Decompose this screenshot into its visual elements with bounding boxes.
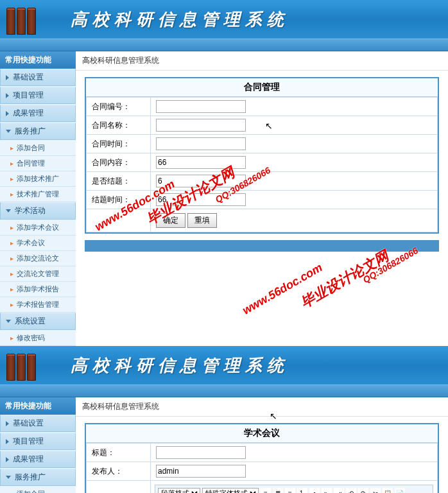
sidebar-group-service[interactable]: 服务推广	[0, 469, 76, 486]
input-publisher[interactable]	[156, 465, 246, 478]
list-ul-icon[interactable]: •	[309, 488, 320, 493]
label-finish-time: 结题时间：	[87, 191, 151, 209]
label-contract-time: 合同时间：	[87, 135, 151, 153]
sidebar-group-project[interactable]: 项目管理	[0, 433, 76, 450]
sidebar-item-add-contract[interactable]: ▸添加合同	[0, 487, 76, 493]
sidebar-item-meeting[interactable]: ▸学术会议	[0, 236, 76, 251]
header: 高校科研信息管理系统	[0, 0, 448, 39]
sidebar: 常用快捷功能 基础设置 项目管理 成果管理 服务推广 ▸添加合同 ▸合同管理 ▸…	[0, 51, 76, 346]
bullet-icon: ▸	[10, 191, 13, 198]
bullet-icon: ▸	[10, 144, 13, 151]
align-left-icon[interactable]: ≡	[261, 488, 271, 493]
input-is-finished[interactable]	[156, 175, 246, 187]
input-finish-time[interactable]	[156, 193, 246, 206]
books-logo	[6, 4, 45, 35]
bullet-icon: ▸	[10, 224, 13, 231]
sidebar-item-paper-mgmt[interactable]: ▸交流论文管理	[0, 266, 76, 282]
panel-title: 学术会议	[86, 424, 438, 443]
meeting-form: 标题： 发布人： 内容： 段落格式 特殊字体格式 ≡ ≣ ≡	[86, 443, 438, 493]
chevron-down-icon	[6, 130, 11, 133]
align-center-icon[interactable]: ≣	[273, 488, 283, 493]
select-font-format[interactable]: 特殊字体格式	[202, 488, 259, 493]
sidebar-item-add-report[interactable]: ▸添加学术报告	[0, 282, 76, 297]
app-title: 高校科研信息管理系统	[71, 8, 289, 31]
redo-icon[interactable]: ↷	[358, 488, 368, 493]
sidebar-header: 常用快捷功能	[0, 397, 76, 415]
main-content: 高校科研信息管理系统 合同管理 合同编号： 合同名称： 合同时间： 合同内容： …	[76, 51, 448, 346]
label-publisher: 发布人：	[87, 462, 151, 481]
sidebar-item-tech-mgmt[interactable]: ▸技术推广管理	[0, 187, 76, 202]
sidebar-group-service[interactable]: 服务推广	[0, 123, 76, 140]
indent-icon[interactable]: ⇥	[334, 488, 344, 493]
chevron-down-icon	[6, 320, 11, 323]
app-title: 高校科研信息管理系统	[71, 354, 289, 377]
copy-icon[interactable]: 📋	[383, 488, 393, 493]
sidebar-item-contract-mgmt[interactable]: ▸合同管理	[0, 156, 76, 171]
chevron-down-icon	[6, 209, 11, 212]
meeting-panel: 学术会议 标题： 发布人： 内容： 段落格式 特殊字体格式 ≡ ≣	[85, 423, 439, 493]
header: 高校科研信息管理系统	[0, 346, 448, 385]
books-logo	[6, 350, 45, 381]
undo-icon[interactable]: ↶	[346, 488, 356, 493]
sidebar-group-system[interactable]: 系统设置	[0, 313, 76, 330]
list-ol-icon[interactable]: 1.	[297, 488, 307, 493]
bullet-icon: ▸	[10, 270, 13, 277]
label-contract-no: 合同编号：	[87, 98, 151, 116]
chevron-right-icon	[6, 93, 9, 98]
chevron-right-icon	[6, 421, 9, 426]
sidebar-item-add-contract[interactable]: ▸添加合同	[0, 141, 76, 156]
label-content: 内容：	[87, 481, 151, 494]
bullet-icon: ▸	[10, 239, 13, 246]
input-contract-no[interactable]	[156, 100, 246, 113]
chevron-right-icon	[6, 457, 9, 462]
align-right-icon[interactable]: ≡	[285, 488, 295, 493]
header-stripe	[0, 385, 448, 397]
label-contract-content: 合同内容：	[87, 153, 151, 172]
sidebar-group-basic[interactable]: 基础设置	[0, 69, 76, 86]
sidebar-group-project[interactable]: 项目管理	[0, 87, 76, 104]
outdent-icon[interactable]: ⇤	[322, 488, 332, 493]
sidebar-group-result[interactable]: 成果管理	[0, 105, 76, 122]
sidebar-item-add-meeting[interactable]: ▸添加学术会议	[0, 220, 76, 236]
bullet-icon: ▸	[10, 255, 13, 262]
header-stripe	[0, 39, 448, 51]
chevron-right-icon	[6, 111, 9, 116]
editor-toolbar: 段落格式 特殊字体格式 ≡ ≣ ≡ 1. • ⇤ ⇥ ↶	[155, 485, 433, 493]
reset-button[interactable]: 重填	[187, 213, 217, 228]
sidebar: 常用快捷功能 基础设置 项目管理 成果管理 服务推广 ▸添加合同 ▸合同管理 ▸…	[0, 397, 76, 493]
input-subject[interactable]	[156, 446, 246, 459]
sidebar-item-add-paper[interactable]: ▸添加交流论文	[0, 251, 76, 266]
panel-footer-bar	[85, 240, 439, 252]
app-view-contract: 高校科研信息管理系统 常用快捷功能 基础设置 项目管理 成果管理 服务推广 ▸添…	[0, 0, 448, 346]
select-para-format[interactable]: 段落格式	[158, 488, 200, 493]
sidebar-item-report-mgmt[interactable]: ▸学术报告管理	[0, 297, 76, 313]
bullet-icon: ▸	[10, 334, 13, 342]
chevron-right-icon	[6, 439, 9, 444]
sidebar-item-change-pwd[interactable]: ▸修改密码	[0, 331, 76, 346]
label-is-finished: 是否结题：	[87, 172, 151, 191]
breadcrumb: 高校科研信息管理系统	[76, 397, 448, 417]
contract-form: 合同编号： 合同名称： 合同时间： 合同内容： 是否结题： 结题时间： 确定 重…	[86, 97, 438, 232]
cut-icon[interactable]: ✂	[370, 488, 381, 493]
sidebar-item-add-tech[interactable]: ▸添加技术推广	[0, 171, 76, 187]
bullet-icon: ▸	[10, 301, 13, 308]
bullet-icon: ▸	[10, 286, 13, 293]
panel-title: 合同管理	[86, 78, 438, 97]
bullet-icon: ▸	[10, 160, 13, 167]
input-contract-content[interactable]	[156, 156, 246, 169]
submit-button[interactable]: 确定	[156, 213, 185, 228]
app-view-meeting: 高校科研信息管理系统 常用快捷功能 基础设置 项目管理 成果管理 服务推广 ▸添…	[0, 346, 448, 493]
label-subject: 标题：	[87, 444, 151, 462]
label-contract-name: 合同名称：	[87, 116, 151, 135]
sidebar-group-basic[interactable]: 基础设置	[0, 415, 76, 432]
sidebar-header: 常用快捷功能	[0, 51, 76, 69]
input-contract-time[interactable]	[156, 137, 246, 150]
sidebar-group-result[interactable]: 成果管理	[0, 451, 76, 468]
paste-icon[interactable]: 📄	[395, 488, 405, 493]
input-contract-name[interactable]	[156, 119, 246, 132]
main-content: 高校科研信息管理系统 学术会议 标题： 发布人： 内容： 段落格式 特殊字体格式	[76, 397, 448, 493]
chevron-down-icon	[6, 476, 11, 479]
breadcrumb: 高校科研信息管理系统	[76, 51, 448, 71]
sidebar-group-academic[interactable]: 学术活动	[0, 202, 76, 220]
bullet-icon: ▸	[10, 175, 13, 182]
